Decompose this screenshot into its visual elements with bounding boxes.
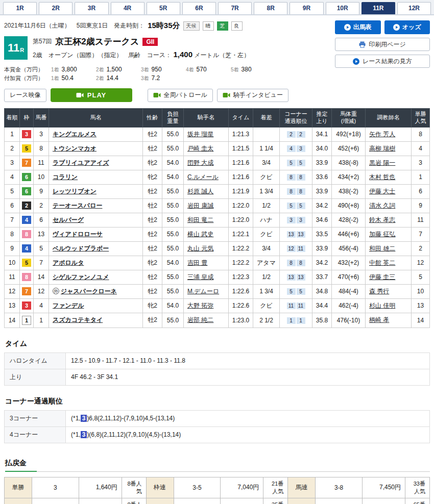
jockey-link[interactable]: 三浦 皇成 — [187, 273, 213, 281]
trainer-link[interactable]: 加藤 征弘 — [369, 231, 395, 238]
horse-name-cell: レッツリブオン — [49, 184, 143, 198]
win-popularity: 11 — [412, 213, 430, 227]
prize-amount: 570 — [197, 66, 207, 73]
race-tab-7r[interactable]: 7R — [218, 2, 252, 14]
jockey-link[interactable]: M.デムーロ — [187, 288, 219, 295]
race-tab-11r[interactable]: 11R — [361, 2, 395, 14]
jockey-link[interactable]: 丸山 元気 — [187, 245, 213, 252]
corner-positions: 43 — [280, 141, 312, 156]
horse-name-link[interactable]: ベルウッドブラボー — [53, 245, 109, 252]
horse-name-link[interactable]: ファンデル — [53, 302, 84, 309]
result-guide-button[interactable]: レース結果の見方 — [335, 55, 430, 68]
horse-name-link[interactable]: スズカコテキタイ — [53, 316, 103, 323]
patrol-video-button[interactable]: 全周パトロール — [148, 89, 213, 102]
corner-positions: 1111 — [280, 298, 312, 313]
corner-position-badge: 5 — [287, 203, 296, 209]
sex-age: 牡2 — [143, 313, 162, 327]
horse-weight: 456(-4) — [332, 241, 366, 256]
corner-position-badge: 8 — [297, 188, 305, 195]
race-tab-10r[interactable]: 10R — [326, 2, 359, 14]
carried-weight: 54.0 — [162, 298, 184, 313]
jockey-link[interactable]: 吉田 豊 — [187, 259, 207, 266]
print-button[interactable]: 印刷用ページ — [335, 38, 430, 51]
corner-position-badge: 8 — [287, 188, 296, 195]
race-tab-9r[interactable]: 9R — [290, 2, 323, 14]
last-3f: 33.7 — [312, 270, 332, 284]
column-header: 推定 上り — [312, 109, 332, 128]
trainer-link[interactable]: 森 秀行 — [369, 288, 389, 295]
jockey-link[interactable]: 団野 大成 — [187, 159, 213, 166]
race-tab-4r[interactable]: 4R — [111, 2, 144, 14]
trainer-link[interactable]: 鈴木 孝志 — [369, 216, 395, 223]
horse-name-link[interactable]: ラブリイユアアイズ — [53, 159, 109, 166]
race-tab-2r[interactable]: 2R — [39, 2, 73, 14]
prize-amount: 50.4 — [62, 74, 74, 82]
result-row: 3711ラブリイユアアイズ牝254.0団野 大成1:21.63/45533.94… — [5, 156, 430, 170]
trainer-link[interactable]: 伊藤 圭三 — [369, 273, 395, 281]
trainer-link[interactable]: 和田 雄二 — [369, 245, 395, 252]
horse-name-link[interactable]: テーオースパロー — [53, 202, 102, 209]
race-tab-3r[interactable]: 3R — [75, 2, 108, 14]
sex-age: 牡2 — [143, 141, 162, 156]
odds-button[interactable]: オッズ — [384, 20, 430, 34]
sex-age: 牡2 — [143, 213, 162, 227]
trainer-link[interactable]: 伊藤 大士 — [369, 188, 395, 195]
jockey-link[interactable]: C.ルメール — [187, 173, 219, 181]
trainer-link[interactable]: 木村 哲也 — [369, 173, 395, 181]
jockey-link[interactable]: 和田 竜二 — [187, 216, 213, 223]
trainer-cell: 清水 久詞 — [366, 198, 412, 213]
horse-name-link[interactable]: アポロルタ — [53, 259, 84, 266]
column-header: 着順 — [5, 109, 20, 128]
horse-number: 7 — [34, 256, 49, 270]
corner-positions: 88 — [280, 256, 312, 270]
horse-weight: 434(+2) — [332, 170, 366, 184]
prize-place-label: 2着 — [96, 66, 104, 73]
horse-name-link[interactable]: シゲルファンノユメ — [53, 273, 109, 281]
shutsuba-button[interactable]: 出馬表 — [335, 20, 381, 34]
horse-name-link[interactable]: ジャスパークローネ — [61, 288, 117, 295]
jockey-link[interactable]: 戸崎 圭太 — [187, 145, 213, 152]
jockey-link[interactable]: 岩部 純二 — [187, 316, 213, 323]
carried-weight: 54.0 — [162, 256, 184, 270]
race-tab-8r[interactable]: 8R — [254, 2, 287, 14]
jockey-link[interactable]: 岩田 康誠 — [187, 202, 213, 209]
trainer-link[interactable]: 矢作 芳人 — [369, 131, 395, 138]
trainer-link[interactable]: 清水 久詞 — [369, 202, 395, 209]
horse-name-cell: アポロルタ — [49, 256, 143, 270]
printer-icon — [359, 41, 366, 48]
jockey-link[interactable]: 横山 武史 — [187, 231, 213, 238]
horse-name-link[interactable]: キングエルメス — [53, 131, 97, 138]
horse-weight: 446(+6) — [332, 227, 366, 241]
horse-name-link[interactable]: セルバーグ — [53, 216, 84, 223]
time-row: 上り4F 46.2 - 3F 34.1 — [5, 369, 430, 385]
race-tab-6r[interactable]: 6R — [182, 2, 216, 14]
horse-weight: 484(-4) — [332, 284, 366, 298]
jockey-link[interactable]: 大野 拓弥 — [187, 302, 213, 309]
horse-name-link[interactable]: トウシンマカオ — [53, 145, 97, 152]
trainer-link[interactable]: 高柳 瑞樹 — [369, 145, 395, 152]
jockey-link[interactable]: 坂井 瑠星 — [187, 131, 213, 138]
race-tab-12r[interactable]: 12R — [397, 2, 431, 14]
jockey-cell: 吉田 豊 — [184, 256, 229, 270]
column-header: コーナー 通過順位 — [280, 109, 312, 128]
jockey-interview-button[interactable]: 騎手インタビュー — [217, 89, 288, 102]
race-date: 2021年11月6日（土曜） 5回東京1日 発走時刻： — [4, 21, 144, 30]
horse-name-link[interactable]: コラリン — [53, 173, 78, 181]
play-button[interactable]: PLAY — [51, 88, 132, 102]
horse-name-cell: スズカコテキタイ — [49, 313, 143, 327]
race-tab-1r[interactable]: 1R — [3, 2, 37, 14]
horse-name-link[interactable]: ヴィアドロローサ — [53, 231, 103, 238]
horse-number: 11 — [34, 156, 49, 170]
race-tab-5r[interactable]: 5R — [147, 2, 180, 14]
win-popularity: 10 — [412, 284, 430, 298]
trainer-link[interactable]: 柄崎 孝 — [369, 316, 389, 323]
trainer-link[interactable]: 杉山 佳明 — [369, 302, 395, 309]
trainer-link[interactable]: 中館 英二 — [369, 259, 395, 266]
trainer-link[interactable]: 黒岩 陽一 — [369, 159, 395, 166]
corner-position-badge: 3 — [297, 145, 305, 152]
horse-number: 10 — [34, 170, 49, 184]
race-video-button[interactable]: レース映像 — [4, 89, 46, 102]
jockey-link[interactable]: 杉原 誠人 — [187, 188, 213, 195]
horse-name-link[interactable]: レッツリブオン — [53, 188, 97, 195]
corner-position-badge: 1 — [287, 317, 296, 324]
